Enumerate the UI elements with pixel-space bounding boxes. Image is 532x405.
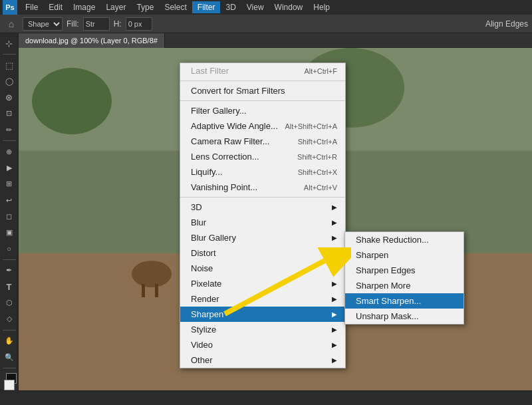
eraser-tool[interactable]: ◻ (1, 209, 17, 223)
marquee-tool[interactable]: ⬚ (1, 58, 17, 72)
move-tool[interactable]: ⊹ (1, 36, 17, 51)
healing-tool[interactable]: ⊕ (1, 144, 17, 159)
menu-item-3d[interactable]: 3D▶ (180, 200, 345, 215)
menu-item-blur[interactable]: Blur▶ (180, 215, 345, 230)
tool-divider-3 (3, 259, 16, 260)
path-tool[interactable]: ⬡ (1, 295, 17, 310)
menu-3d[interactable]: 3D (220, 1, 241, 13)
unsharp-mask[interactable]: Unsharp Mask... (345, 309, 464, 324)
menu-item-vanishing-point[interactable]: Vanishing Point... Alt+Ctrl+V (180, 180, 345, 195)
menu-item-video[interactable]: Video▶ (180, 337, 345, 352)
text-tool[interactable]: T (1, 279, 17, 294)
brush-tool[interactable]: ▶ (1, 160, 17, 175)
tool-divider-1 (3, 54, 16, 55)
canvas-area: download.jpg @ 100% (Layer 0, RGB/8# (19, 33, 532, 390)
menu-type[interactable]: Type (131, 1, 159, 13)
tab-bar: download.jpg @ 100% (Layer 0, RGB/8# (19, 33, 532, 48)
lasso-tool[interactable]: ◯ (1, 74, 17, 88)
menu-item-stylize[interactable]: Stylize▶ (180, 322, 345, 337)
tool-divider-5 (3, 368, 16, 368)
menu-item-distort[interactable]: Distort▶ (180, 245, 345, 261)
divider-0 (180, 80, 345, 81)
eyedropper-tool[interactable]: ✏ (1, 122, 17, 137)
h-input[interactable] (126, 17, 152, 31)
quick-select-tool[interactable]: ⊛ (1, 90, 17, 105)
menu-select[interactable]: Select (159, 1, 192, 13)
smart-sharpen[interactable]: Smart Sharpen... (345, 293, 464, 309)
stamp-tool[interactable]: ⊞ (1, 177, 17, 192)
canvas-image: Last Filter Alt+Ctrl+F Convert for Smart… (19, 48, 532, 390)
fill-label: Fill: (66, 19, 79, 29)
svg-rect-9 (155, 284, 158, 297)
svg-point-3 (32, 68, 112, 134)
dodge-tool[interactable]: ○ (1, 241, 17, 256)
menu-filter[interactable]: Filter (192, 1, 221, 13)
menu-window[interactable]: Window (269, 1, 309, 13)
sharpen-more[interactable]: Sharpen More (345, 278, 464, 293)
sharpen-shake-reduction[interactable]: Shake Reduction... (345, 232, 464, 247)
tool-divider-4 (3, 330, 16, 331)
sharpen-sharpen[interactable]: Sharpen (345, 247, 464, 263)
gradient-tool[interactable]: ▣ (1, 225, 17, 239)
menu-item-pixelate[interactable]: Pixelate▶ (180, 276, 345, 291)
menu-item-smart-filters[interactable]: Convert for Smart Filters (180, 83, 345, 98)
fill-input[interactable] (83, 17, 110, 31)
home-button[interactable]: ⌂ (4, 17, 19, 31)
svg-rect-8 (142, 284, 145, 297)
menu-layer[interactable]: Layer (100, 1, 131, 13)
sharpen-edges[interactable]: Sharpen Edges (345, 263, 464, 278)
shape-select[interactable]: Shape (23, 17, 63, 31)
menu-item-last-filter[interactable]: Last Filter Alt+Ctrl+F (180, 63, 345, 78)
h-label: H: (114, 19, 122, 29)
menu-bar: Ps File Edit Image Layer Type Select Fil… (0, 0, 532, 15)
sharpen-submenu[interactable]: Shake Reduction... Sharpen Sharpen Edges… (344, 231, 464, 325)
svg-point-5 (132, 261, 172, 287)
menu-item-adaptive-wide[interactable]: Adaptive Wide Angle... Alt+Shift+Ctrl+A (180, 118, 345, 134)
divider-1 (180, 100, 345, 101)
canvas-tab[interactable]: download.jpg @ 100% (Layer 0, RGB/8# (19, 33, 165, 48)
menu-item-filter-gallery[interactable]: Filter Gallery... (180, 103, 345, 118)
menu-item-blur-gallery[interactable]: Blur Gallery▶ (180, 230, 345, 245)
menu-help[interactable]: Help (308, 1, 335, 13)
menu-image[interactable]: Image (68, 1, 100, 13)
left-toolbar: ⊹ ⬚ ◯ ⊛ ⊡ ✏ ⊕ ▶ ⊞ ↩ ◻ ▣ ○ ✒ T ⬡ ◇ ✋ 🔍 (0, 33, 19, 390)
divider-2 (180, 197, 345, 198)
filter-menu[interactable]: Last Filter Alt+Ctrl+F Convert for Smart… (180, 63, 346, 368)
tool-divider-2 (3, 140, 16, 141)
menu-item-camera-raw[interactable]: Camera Raw Filter... Shift+Ctrl+A (180, 134, 345, 149)
menu-file[interactable]: File (20, 1, 43, 13)
menu-item-other[interactable]: Other▶ (180, 352, 345, 368)
history-tool[interactable]: ↩ (1, 193, 17, 207)
status-bar (0, 390, 532, 405)
main-area: ⊹ ⬚ ◯ ⊛ ⊡ ✏ ⊕ ▶ ⊞ ↩ ◻ ▣ ○ ✒ T ⬡ ◇ ✋ 🔍 do… (0, 33, 532, 390)
align-edges-label: Align Edges (485, 19, 528, 29)
ps-icon: Ps (3, 0, 17, 15)
pen-tool[interactable]: ✒ (1, 263, 17, 278)
menu-item-render[interactable]: Render▶ (180, 291, 345, 307)
menu-edit[interactable]: Edit (43, 1, 68, 13)
zoom-tool[interactable]: 🔍 (1, 350, 17, 364)
shape-tool[interactable]: ◇ (1, 312, 17, 327)
menu-item-lens-correction[interactable]: Lens Correction... Shift+Ctrl+R (180, 149, 345, 164)
menu-item-sharpen[interactable]: Sharpen▶ (180, 307, 345, 322)
hand-tool[interactable]: ✋ (1, 334, 17, 348)
menu-item-liquify[interactable]: Liquify... Shift+Ctrl+X (180, 164, 345, 180)
menu-view[interactable]: View (241, 1, 269, 13)
crop-tool[interactable]: ⊡ (1, 106, 17, 121)
options-bar: ⌂ Shape Fill: H: Align Edges (0, 15, 532, 33)
menu-item-noise[interactable]: Noise▶ (180, 261, 345, 276)
